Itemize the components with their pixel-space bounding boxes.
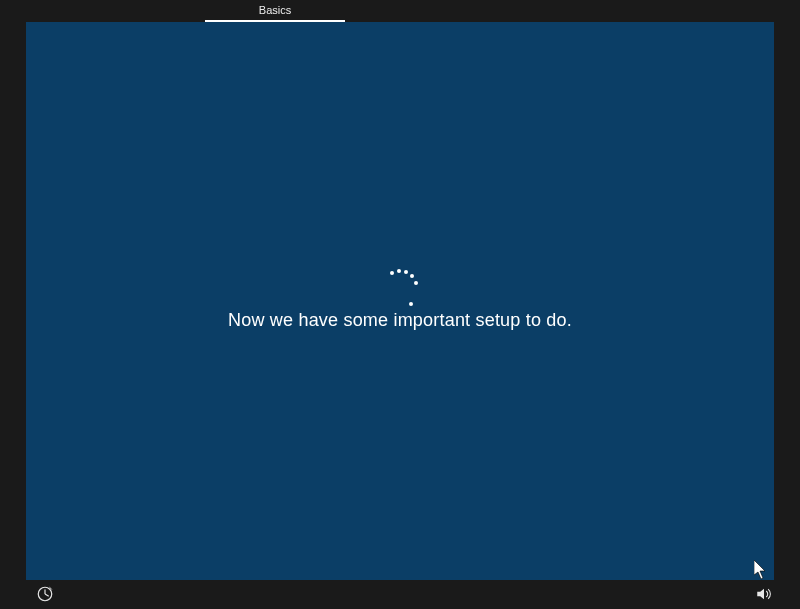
setup-stage: Now we have some important setup to do. bbox=[26, 22, 774, 580]
setup-message: Now we have some important setup to do. bbox=[26, 310, 774, 331]
tab-basics[interactable]: Basics bbox=[205, 4, 345, 22]
tab-bar: Basics bbox=[0, 0, 800, 22]
oobe-frame: Basics Now we have some important setup … bbox=[0, 0, 800, 609]
bottom-bar bbox=[0, 580, 800, 609]
cursor-arrow-icon bbox=[754, 560, 768, 580]
loading-spinner-icon bbox=[375, 265, 425, 315]
volume-icon[interactable] bbox=[755, 585, 773, 603]
ease-of-access-icon[interactable] bbox=[36, 585, 54, 603]
